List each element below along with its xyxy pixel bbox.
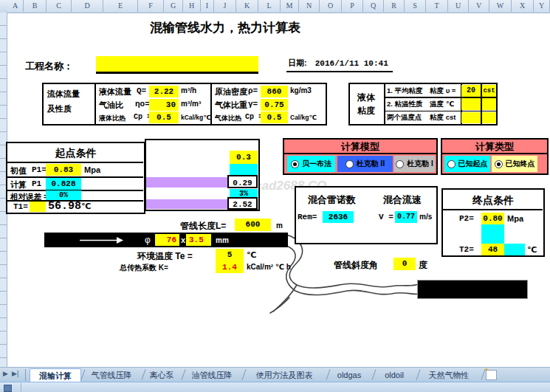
oil-density-input[interactable]: 860 [261,86,288,97]
liquid-heat-unit: kCal/kg℃ [181,114,211,121]
velocity-value[interactable]: 0.77 [395,211,417,223]
sheet-tab-5[interactable]: 使用方法及图表 [244,368,325,382]
result-1[interactable]: 0.3 [230,151,258,164]
column-header-Y[interactable]: Y [534,0,550,12]
visc-v1-input[interactable] [461,112,481,123]
model-option-dukler2[interactable]: 杜克勒 II [337,156,393,172]
column-header-W[interactable]: W [489,0,512,12]
column-header-T[interactable]: T [426,0,448,12]
column-header-J[interactable]: J [214,0,236,12]
sheet-tab-2[interactable]: 气管线压降 [83,368,140,382]
column-header-L[interactable]: L [258,0,281,12]
start-calc-value[interactable]: 0.828 [46,178,81,190]
liquid-flow-input[interactable]: 2.22 [149,86,179,97]
column-header-D[interactable]: D [72,0,103,12]
reynolds-value[interactable]: 2636 [323,211,354,223]
radio-selected-icon[interactable] [291,160,299,168]
project-name-input[interactable] [96,56,258,74]
insert-worksheet-tab[interactable]: ✦ [486,370,497,380]
radio-icon[interactable] [346,160,354,168]
column-header-C[interactable]: C [47,0,72,12]
start-p1-input[interactable]: 0.83 [46,164,81,176]
model-option-beggs-brill[interactable]: 贝一布法 [287,156,335,172]
column-header-M[interactable]: M [281,0,299,12]
visc-row3-name: 两个温度点 [387,113,422,123]
sheet-tab-4[interactable]: 油管线压降 [183,368,241,382]
column-header-R[interactable]: R [384,0,405,12]
end-p2-symbol: P2= [459,214,474,223]
type-option-known-end[interactable]: 已知终点 [492,156,537,172]
pipe-length-input[interactable]: 600 [235,219,271,231]
column-header-U[interactable]: U [448,0,469,12]
column-header-K[interactable]: K [236,0,258,12]
visc-temp2-input[interactable] [482,98,496,110]
oil-density-unit: kg/m3 [290,86,312,94]
radio-icon[interactable] [447,160,456,168]
fluid-group-label: 流体流量 [47,89,80,100]
page-title: 混输管线水力，热力计算表 [111,19,340,36]
column-header-O[interactable]: O [320,0,342,12]
start-t1-input[interactable] [30,202,46,212]
end-t2-cyan-cell[interactable] [504,244,525,255]
pipe-diameter-input[interactable]: 76 [155,234,179,246]
visc-v2-input[interactable] [482,112,496,123]
start-t1-value: 56.98 [48,200,81,213]
end-t2-value[interactable]: 48 [481,244,504,255]
model-option-label: 杜克勒 II [357,159,385,168]
pipe-diameter-unit: mm [216,236,229,244]
viscosity-label: 液体 [357,92,375,104]
column-header-G[interactable]: G [164,0,183,12]
end-title: 终点条件 [443,194,543,207]
gas-heat-unit: Cal/kg℃ [290,114,317,121]
type-option-known-start[interactable]: 已知起点 [444,156,490,172]
radio-selected-icon[interactable] [495,160,503,168]
column-header-B[interactable]: B [24,0,47,12]
sheet-tab-6[interactable]: oldgas [328,368,371,382]
sheet-tab-3[interactable]: 离心泵 [143,368,180,382]
model-option-dukler1[interactable]: 杜克勒 I [394,156,435,172]
pipe-thickness-input[interactable]: 3.5 [186,234,211,246]
visc-unit-cell[interactable]: cst [482,85,496,97]
end-cyan-cell[interactable] [481,224,504,244]
gas-oil-ratio-input[interactable]: 30 [149,99,179,111]
end-conditions-box: 终点条件 P2= 0.80 Mpa T2= 48 ℃ [441,188,545,257]
slope-angle-unit: 度 [419,259,427,272]
viscosity-table: 液体 粘度 1. 平均粘度 粘度 υ = 2. 粘温性质 温度 ℃ 两个温度点 … [348,83,498,125]
type-option-label: 已知起点 [458,159,488,168]
liquid-heat-input[interactable]: 0.5 [149,111,179,123]
column-header-I[interactable]: I [201,0,214,12]
visc-value-input[interactable]: 20 [461,85,481,97]
visc-temp1-input[interactable] [461,98,481,110]
radio-icon[interactable] [396,160,404,168]
end-p2-value[interactable]: 0.80 [481,213,504,224]
start-p1-symbol: P1= [32,165,47,174]
slope-angle-input[interactable]: 0 [393,258,416,270]
ambient-temp-input[interactable]: 5 [216,249,244,261]
start-error-value[interactable]: 0% [46,190,81,200]
heat-coeff-input[interactable]: 1.4 [216,261,244,273]
pipe-times-label: x [181,235,185,244]
gas-heat-input[interactable]: 0.5 [261,111,288,123]
column-header-V[interactable]: V [469,0,489,12]
column-header-N[interactable]: N [299,0,320,12]
liquid-heat-label: 液体比热 [99,114,126,123]
column-header-P[interactable]: P [342,0,363,12]
column-header-S[interactable]: S [405,0,426,12]
liquid-flow-label: 液体流量 [99,86,131,97]
pipe-bar: φ 76 x 3.5 mm [44,233,288,247]
column-header-F[interactable]: F [138,0,164,12]
gas-gravity-input[interactable]: 0.75 [261,99,288,111]
sheet-tab-1[interactable]: 混输计算 [30,368,81,382]
column-header-X[interactable]: X [512,0,534,12]
liquid-flow-symbol: Q= [137,86,146,95]
column-header-E[interactable]: E [103,0,138,12]
viscosity-grid: 1. 平均粘度 粘度 υ = 2. 粘温性质 温度 ℃ 两个温度点 粘度 cst… [385,84,496,124]
column-header-H[interactable]: H [183,0,201,12]
purple-bar [146,177,230,188]
sheet-tab-7[interactable]: oldoil [374,368,415,382]
result-cyan-cell[interactable] [230,164,258,175]
sheet-tab-8[interactable]: 天然气物性 [418,368,480,382]
column-header-Q[interactable]: Q [363,0,384,12]
column-header-A[interactable]: A [7,0,24,12]
visc-row2-name: 2. 粘温性质 [387,100,423,109]
